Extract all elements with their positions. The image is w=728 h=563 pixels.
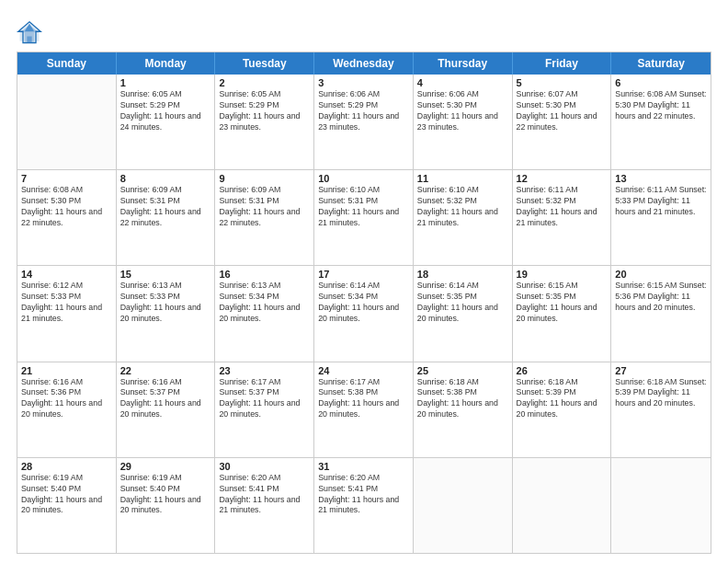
day-info: Sunrise: 6:19 AM Sunset: 5:40 PM Dayligh… — [21, 473, 112, 517]
header-day-thursday: Thursday — [414, 52, 513, 75]
day-info: Sunrise: 6:13 AM Sunset: 5:33 PM Dayligh… — [120, 281, 211, 325]
day-info: Sunrise: 6:16 AM Sunset: 5:36 PM Dayligh… — [21, 377, 112, 421]
day-info: Sunrise: 6:13 AM Sunset: 5:34 PM Dayligh… — [219, 281, 310, 325]
day-number: 4 — [417, 77, 508, 88]
day-cell-empty — [513, 458, 612, 553]
header-day-wednesday: Wednesday — [314, 52, 414, 75]
calendar-body: 1Sunrise: 6:05 AM Sunset: 5:29 PM Daylig… — [17, 75, 711, 553]
day-number: 13 — [615, 173, 707, 184]
day-cell-18: 18Sunrise: 6:14 AM Sunset: 5:35 PM Dayli… — [414, 266, 513, 361]
day-info: Sunrise: 6:17 AM Sunset: 5:37 PM Dayligh… — [219, 377, 310, 421]
day-cell-empty — [414, 458, 513, 553]
day-cell-1: 1Sunrise: 6:05 AM Sunset: 5:29 PM Daylig… — [117, 75, 216, 169]
header-day-saturday: Saturday — [611, 52, 711, 75]
calendar-row-2: 7Sunrise: 6:08 AM Sunset: 5:30 PM Daylig… — [17, 169, 711, 265]
calendar-row-4: 21Sunrise: 6:16 AM Sunset: 5:36 PM Dayli… — [17, 362, 711, 457]
day-number: 16 — [219, 269, 310, 280]
calendar-header: SundayMondayTuesdayWednesdayThursdayFrid… — [17, 52, 711, 75]
day-cell-17: 17Sunrise: 6:14 AM Sunset: 5:34 PM Dayli… — [314, 266, 414, 361]
day-number: 27 — [615, 365, 707, 376]
day-number: 9 — [219, 173, 310, 184]
day-cell-29: 29Sunrise: 6:19 AM Sunset: 5:40 PM Dayli… — [117, 458, 216, 553]
day-info: Sunrise: 6:10 AM Sunset: 5:32 PM Dayligh… — [417, 185, 508, 229]
day-cell-19: 19Sunrise: 6:15 AM Sunset: 5:35 PM Dayli… — [513, 266, 612, 361]
day-number: 11 — [417, 173, 508, 184]
day-number: 8 — [120, 173, 211, 184]
day-cell-8: 8Sunrise: 6:09 AM Sunset: 5:31 PM Daylig… — [117, 170, 216, 265]
day-number: 2 — [219, 77, 310, 88]
day-cell-9: 9Sunrise: 6:09 AM Sunset: 5:31 PM Daylig… — [215, 170, 314, 265]
day-number: 1 — [120, 77, 211, 88]
day-number: 18 — [417, 269, 508, 280]
day-info: Sunrise: 6:09 AM Sunset: 5:31 PM Dayligh… — [120, 185, 211, 229]
day-number: 29 — [120, 461, 211, 472]
day-info: Sunrise: 6:16 AM Sunset: 5:37 PM Dayligh… — [120, 377, 211, 421]
day-cell-22: 22Sunrise: 6:16 AM Sunset: 5:37 PM Dayli… — [117, 362, 216, 457]
calendar-row-5: 28Sunrise: 6:19 AM Sunset: 5:40 PM Dayli… — [17, 457, 711, 553]
day-cell-11: 11Sunrise: 6:10 AM Sunset: 5:32 PM Dayli… — [414, 170, 513, 265]
header-day-sunday: Sunday — [17, 52, 117, 75]
day-info: Sunrise: 6:08 AM Sunset: 5:30 PM Dayligh… — [21, 185, 112, 229]
day-cell-31: 31Sunrise: 6:20 AM Sunset: 5:41 PM Dayli… — [314, 458, 414, 553]
day-number: 28 — [21, 461, 112, 472]
day-info: Sunrise: 6:17 AM Sunset: 5:38 PM Dayligh… — [318, 377, 409, 421]
day-cell-24: 24Sunrise: 6:17 AM Sunset: 5:38 PM Dayli… — [314, 362, 414, 457]
day-number: 20 — [615, 269, 707, 280]
day-cell-10: 10Sunrise: 6:10 AM Sunset: 5:31 PM Dayli… — [314, 170, 414, 265]
day-cell-14: 14Sunrise: 6:12 AM Sunset: 5:33 PM Dayli… — [17, 266, 117, 361]
day-info: Sunrise: 6:10 AM Sunset: 5:31 PM Dayligh… — [318, 185, 409, 229]
day-info: Sunrise: 6:08 AM Sunset: 5:30 PM Dayligh… — [615, 89, 707, 122]
day-cell-20: 20Sunrise: 6:15 AM Sunset: 5:36 PM Dayli… — [611, 266, 711, 361]
day-info: Sunrise: 6:11 AM Sunset: 5:32 PM Dayligh… — [517, 185, 608, 229]
day-info: Sunrise: 6:06 AM Sunset: 5:29 PM Dayligh… — [318, 89, 409, 133]
day-number: 24 — [318, 365, 409, 376]
day-cell-21: 21Sunrise: 6:16 AM Sunset: 5:36 PM Dayli… — [17, 362, 117, 457]
day-number: 17 — [318, 269, 409, 280]
day-number: 6 — [615, 77, 707, 88]
day-cell-3: 3Sunrise: 6:06 AM Sunset: 5:29 PM Daylig… — [314, 75, 414, 169]
day-info: Sunrise: 6:07 AM Sunset: 5:30 PM Dayligh… — [517, 89, 608, 133]
day-cell-26: 26Sunrise: 6:18 AM Sunset: 5:39 PM Dayli… — [513, 362, 612, 457]
day-info: Sunrise: 6:15 AM Sunset: 5:36 PM Dayligh… — [615, 281, 707, 314]
day-number: 3 — [318, 77, 409, 88]
header-day-tuesday: Tuesday — [215, 52, 314, 75]
day-cell-16: 16Sunrise: 6:13 AM Sunset: 5:34 PM Dayli… — [215, 266, 314, 361]
day-info: Sunrise: 6:09 AM Sunset: 5:31 PM Dayligh… — [219, 185, 310, 229]
day-info: Sunrise: 6:14 AM Sunset: 5:35 PM Dayligh… — [417, 281, 508, 325]
header-day-monday: Monday — [117, 52, 216, 75]
day-info: Sunrise: 6:18 AM Sunset: 5:39 PM Dayligh… — [615, 377, 707, 410]
day-info: Sunrise: 6:14 AM Sunset: 5:34 PM Dayligh… — [318, 281, 409, 325]
day-info: Sunrise: 6:18 AM Sunset: 5:38 PM Dayligh… — [417, 377, 508, 421]
day-cell-25: 25Sunrise: 6:18 AM Sunset: 5:38 PM Dayli… — [414, 362, 513, 457]
svg-rect-3 — [27, 37, 31, 43]
day-cell-23: 23Sunrise: 6:17 AM Sunset: 5:37 PM Dayli… — [215, 362, 314, 457]
header-day-friday: Friday — [513, 52, 612, 75]
day-info: Sunrise: 6:05 AM Sunset: 5:29 PM Dayligh… — [120, 89, 211, 133]
day-number: 25 — [417, 365, 508, 376]
header — [17, 17, 711, 46]
day-cell-6: 6Sunrise: 6:08 AM Sunset: 5:30 PM Daylig… — [611, 75, 711, 169]
day-cell-30: 30Sunrise: 6:20 AM Sunset: 5:41 PM Dayli… — [215, 458, 314, 553]
day-info: Sunrise: 6:12 AM Sunset: 5:33 PM Dayligh… — [21, 281, 112, 325]
day-cell-7: 7Sunrise: 6:08 AM Sunset: 5:30 PM Daylig… — [17, 170, 117, 265]
day-info: Sunrise: 6:19 AM Sunset: 5:40 PM Dayligh… — [120, 473, 211, 517]
day-number: 26 — [517, 365, 608, 376]
day-info: Sunrise: 6:06 AM Sunset: 5:30 PM Dayligh… — [417, 89, 508, 133]
day-cell-28: 28Sunrise: 6:19 AM Sunset: 5:40 PM Dayli… — [17, 458, 117, 553]
day-number: 10 — [318, 173, 409, 184]
calendar-row-1: 1Sunrise: 6:05 AM Sunset: 5:29 PM Daylig… — [17, 75, 711, 169]
day-cell-4: 4Sunrise: 6:06 AM Sunset: 5:30 PM Daylig… — [414, 75, 513, 169]
day-number: 5 — [517, 77, 608, 88]
logo-icon — [17, 20, 42, 46]
logo — [17, 20, 46, 46]
day-info: Sunrise: 6:05 AM Sunset: 5:29 PM Dayligh… — [219, 89, 310, 133]
day-number: 12 — [517, 173, 608, 184]
day-cell-empty — [17, 75, 117, 169]
day-number: 7 — [21, 173, 112, 184]
day-info: Sunrise: 6:15 AM Sunset: 5:35 PM Dayligh… — [517, 281, 608, 325]
calendar: SundayMondayTuesdayWednesdayThursdayFrid… — [17, 52, 711, 554]
day-cell-27: 27Sunrise: 6:18 AM Sunset: 5:39 PM Dayli… — [611, 362, 711, 457]
day-info: Sunrise: 6:11 AM Sunset: 5:33 PM Dayligh… — [615, 185, 707, 218]
day-cell-5: 5Sunrise: 6:07 AM Sunset: 5:30 PM Daylig… — [513, 75, 612, 169]
day-number: 22 — [120, 365, 211, 376]
